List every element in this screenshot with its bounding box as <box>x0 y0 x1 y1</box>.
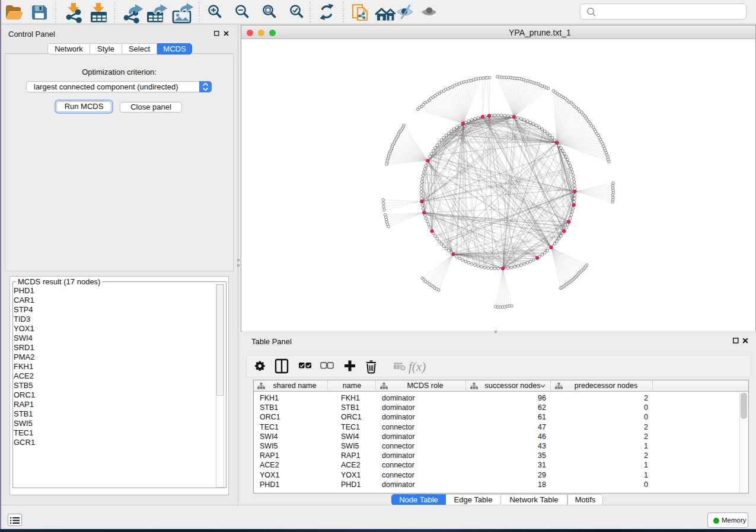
svg-text:f(x): f(x) <box>409 360 426 374</box>
